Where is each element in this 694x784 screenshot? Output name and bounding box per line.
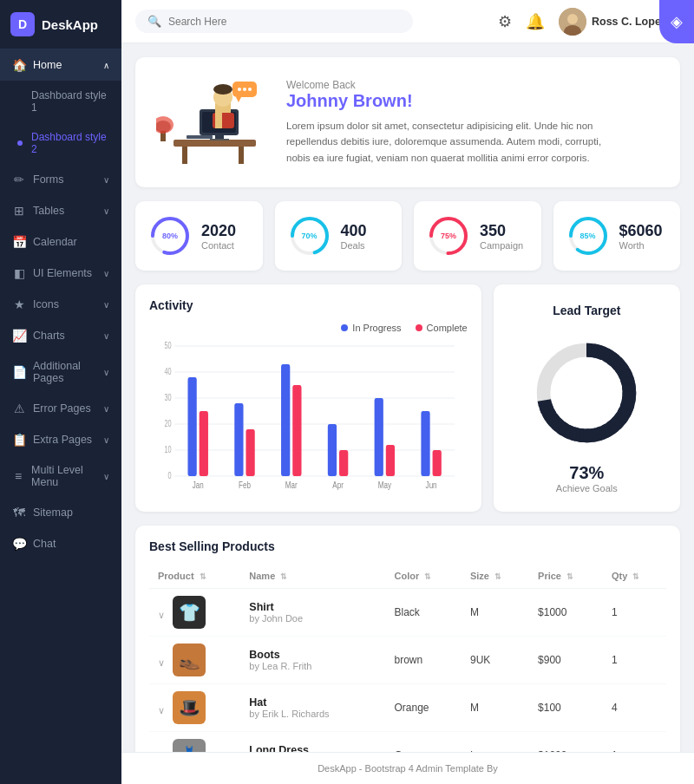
svg-text:Feb: Feb	[239, 480, 251, 491]
ui-arrow: ∨	[103, 269, 109, 278]
stat-card-worth: 85% $6060 Worth	[553, 201, 681, 271]
cell-product-2: ∨ 🎩	[149, 684, 240, 732]
welcome-greet: Welcome Back	[286, 79, 616, 91]
lead-card: Lead Target 73% Achieve Goals	[494, 284, 680, 512]
donut-chart	[530, 336, 643, 449]
sidebar-item-additional[interactable]: 📄 Additional Pages ∨	[0, 351, 121, 393]
cell-size-3: L	[462, 732, 529, 753]
welcome-name: Johnny Brown!	[286, 91, 616, 111]
forms-arrow: ∨	[103, 175, 109, 185]
notification-icon[interactable]: 🔔	[526, 12, 545, 31]
welcome-text: Welcome Back Johnny Brown! Lorem ipsum d…	[286, 79, 616, 166]
stat-card-contact: 80% 2020 Contact	[135, 201, 263, 271]
stat-label-contact: Contact	[201, 240, 236, 251]
sitemap-icon: 🗺	[12, 506, 26, 519]
activity-card: Activity In Progress Complete 0102030405…	[135, 284, 481, 512]
cell-name-1: Boots by Lea R. Frith	[240, 637, 385, 684]
corner-accent: ◈	[659, 0, 694, 43]
sidebar-label-chat: Chat	[33, 538, 56, 550]
sidebar-item-ui[interactable]: ◧ UI Elements ∨	[0, 258, 121, 289]
svg-rect-9	[210, 139, 229, 140]
topbar-right: ⚙ 🔔 Ross C. Lopez ▼ ◈	[498, 8, 680, 36]
settings-icon[interactable]: ⚙	[498, 12, 512, 31]
stat-value-worth: $6060	[619, 222, 663, 240]
cell-name-0: Shirt by John Doe	[240, 589, 385, 637]
row-toggle-2[interactable]: ∨	[158, 705, 165, 715]
sidebar-label-dashboard1: Dashboard style 1	[31, 89, 109, 114]
forms-icon: ✏	[12, 173, 26, 186]
cell-price-0: $1000	[529, 589, 603, 637]
table-row: ∨ 👗 Long Dress by Renee I. Hansen Gray L…	[149, 732, 666, 753]
sidebar: D DeskApp 🏠 Home ∧ Dashboard style 1 Das…	[0, 0, 121, 784]
complete-dot	[416, 324, 422, 331]
svg-rect-13	[215, 113, 222, 128]
stat-card-campaign: 75% 350 Campaign	[414, 201, 541, 271]
cell-product-1: ∨ 👞	[149, 637, 240, 684]
sidebar-item-tables[interactable]: ⊞ Tables ∨	[0, 195, 121, 226]
home-icon: 🏠	[12, 58, 26, 72]
products-title: Best Selling Products	[149, 539, 666, 553]
svg-point-18	[238, 88, 241, 91]
svg-rect-5	[239, 147, 244, 164]
sidebar-item-icons[interactable]: ★ Icons ∨	[0, 289, 121, 320]
sidebar-label-multilevel: Multi Level Menu	[31, 464, 103, 488]
icons-icon: ★	[12, 297, 26, 311]
sidebar-item-forms[interactable]: ✏ Forms ∨	[0, 164, 121, 195]
svg-point-1	[567, 14, 578, 24]
app-name: DeskApp	[42, 17, 98, 32]
col-qty: Qty ⇅	[603, 564, 666, 589]
logo-icon: D	[10, 12, 35, 36]
cell-price-3: $1000	[529, 732, 603, 753]
sidebar-item-error[interactable]: ⚠ Error Pages ∨	[0, 393, 121, 424]
product-name-2: Hat	[249, 696, 376, 709]
sidebar-label-sitemap: Sitemap	[33, 506, 73, 519]
sidebar-label-icons: Icons	[33, 298, 59, 310]
sidebar-item-dashboard1[interactable]: Dashboard style 1	[0, 81, 121, 122]
cell-name-2: Hat by Erik L. Richards	[240, 684, 385, 732]
cell-color-0: Black	[386, 589, 462, 637]
stat-ring-contact: 80%	[149, 215, 191, 257]
col-product: Product ⇅	[149, 564, 240, 589]
sidebar-item-dashboard2[interactable]: Dashboard style 2	[0, 122, 121, 164]
calendar-icon: 📅	[12, 235, 26, 249]
svg-rect-57	[386, 445, 395, 476]
sidebar-item-multilevel[interactable]: ≡ Multi Level Menu ∨	[0, 455, 121, 497]
svg-point-19	[243, 88, 246, 91]
cell-qty-1: 1	[603, 637, 666, 684]
search-input[interactable]	[168, 16, 401, 28]
error-icon: ⚠	[12, 402, 26, 415]
sort-size-icon: ⇅	[494, 572, 501, 581]
svg-rect-44	[187, 377, 196, 476]
svg-text:Jan: Jan	[193, 480, 204, 491]
stat-label-worth: Worth	[619, 240, 663, 251]
legend-complete: Complete	[416, 323, 468, 333]
sidebar-label-extra: Extra Pages	[33, 434, 92, 446]
sidebar-label-home: Home	[33, 59, 62, 71]
cell-qty-3: 1	[603, 732, 666, 753]
stat-value-contact: 2020	[201, 222, 236, 240]
svg-text:20: 20	[165, 419, 172, 428]
svg-text:Mar: Mar	[285, 480, 298, 491]
product-name-1: Boots	[249, 649, 376, 661]
product-img-3: 👗	[173, 739, 206, 752]
search-bar[interactable]: 🔍	[135, 10, 413, 33]
svg-rect-3	[174, 140, 256, 147]
col-price: Price ⇅	[529, 564, 603, 589]
table-row: ∨ 👕 Shirt by John Doe Black M $1000 1	[149, 589, 666, 637]
sidebar-item-calendar[interactable]: 📅 Calendar	[0, 226, 121, 258]
row-toggle-1[interactable]: ∨	[158, 657, 165, 668]
sidebar-item-home[interactable]: 🏠 Home ∧	[0, 49, 121, 81]
sidebar-item-charts[interactable]: 📈 Charts ∨	[0, 320, 121, 351]
cell-color-2: Orange	[386, 684, 462, 732]
sidebar-item-extra[interactable]: 📋 Extra Pages ∨	[0, 424, 121, 455]
sidebar-item-chat[interactable]: 💬 Chat	[0, 528, 121, 559]
svg-rect-51	[292, 385, 301, 476]
sidebar-item-sitemap[interactable]: 🗺 Sitemap	[0, 497, 121, 528]
cell-qty-0: 1	[603, 589, 666, 637]
svg-rect-56	[375, 398, 383, 476]
row-toggle-0[interactable]: ∨	[158, 610, 165, 620]
sidebar-label-dashboard2: Dashboard style 2	[31, 131, 109, 155]
additional-arrow: ∨	[103, 368, 109, 377]
extra-arrow: ∨	[103, 435, 109, 445]
tables-arrow: ∨	[103, 206, 109, 216]
